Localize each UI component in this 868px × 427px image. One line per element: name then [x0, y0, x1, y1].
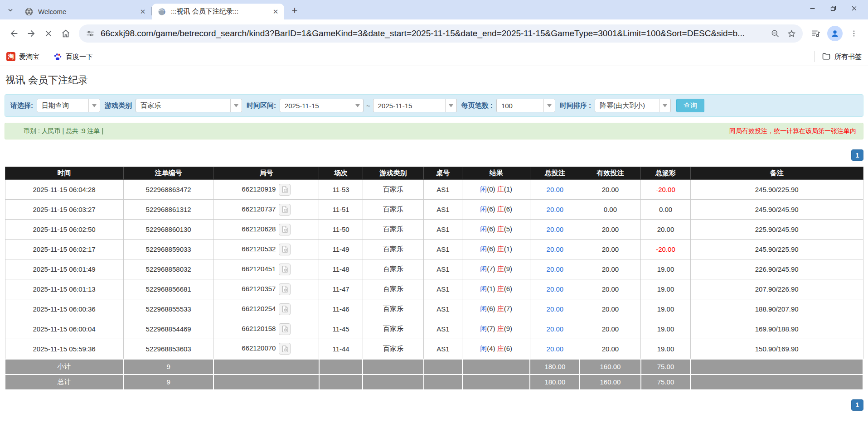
zoom-icon[interactable] [770, 29, 780, 38]
profile-avatar[interactable] [827, 26, 843, 41]
new-tab-button[interactable]: + [288, 4, 301, 17]
window-minimize-icon[interactable] [802, 0, 823, 16]
game-type-value: 百家乐 [136, 99, 230, 112]
chevron-down-icon[interactable] [445, 99, 456, 112]
result-banker: 庄 [497, 265, 504, 273]
payout-value: 19.00 [657, 285, 674, 293]
result-banker: 庄 [497, 185, 504, 193]
cell-note: 245.90/225.90 [690, 240, 863, 259]
table-row: 2025-11-15 06:02:17522968859033662120532… [5, 240, 863, 259]
column-header: 场次 [319, 167, 363, 180]
valid-bet-sum: 160.00 [580, 359, 640, 374]
column-header: 游戏类别 [363, 167, 423, 180]
bookmark-star-icon[interactable] [786, 29, 796, 38]
back-icon[interactable] [5, 25, 23, 42]
home-icon[interactable] [57, 25, 74, 42]
date-end-select[interactable]: 2025-11-15 [373, 99, 457, 112]
page-size-select[interactable]: 100 [496, 99, 555, 112]
cell-bet-number: 522968861312 [123, 200, 213, 220]
page-1-button[interactable]: 1 [851, 149, 863, 161]
video-replay-button[interactable] [279, 224, 291, 235]
table-row: 2025-11-15 06:01:49522968858032662120451… [5, 259, 863, 279]
page-size-value: 100 [497, 99, 543, 112]
total-bet-link[interactable]: 20.00 [547, 206, 564, 213]
query-type-select[interactable]: 日期查询 [37, 99, 100, 112]
bookmark-taobao[interactable]: 淘 爱淘宝 [6, 52, 39, 61]
cell-game-type: 百家乐 [363, 220, 423, 240]
video-replay-button[interactable] [279, 204, 291, 216]
page-content: 视讯 会员下注纪录 请选择: 日期查询 游戏类别 百家乐 时间区间: 2025-… [0, 73, 868, 411]
cell-game-type: 百家乐 [363, 279, 423, 299]
search-button[interactable]: 查询 [676, 99, 704, 112]
page-title: 视讯 会员下注纪录 [5, 73, 863, 87]
chevron-down-icon[interactable] [352, 99, 363, 112]
summary-note: 同局有效投注，统一计算在该局第一张注单内 [729, 127, 856, 135]
folder-icon [822, 52, 831, 62]
table-row: 2025-11-15 06:01:13522968856681662120357… [5, 279, 863, 299]
kebab-menu-icon[interactable] [845, 25, 863, 42]
chevron-down-icon[interactable] [543, 99, 555, 112]
cell-table-number: AS1 [424, 279, 462, 299]
column-header: 总派彩 [641, 167, 691, 180]
forward-icon[interactable] [23, 25, 40, 42]
stop-loading-icon[interactable] [40, 25, 57, 42]
cell-payout: 0.00 [641, 200, 691, 220]
window-restore-icon[interactable] [823, 0, 844, 16]
video-replay-button[interactable] [279, 283, 291, 295]
cell-note: 245.90/225.90 [690, 180, 863, 200]
total-bet-link[interactable]: 20.00 [547, 285, 564, 293]
site-settings-icon[interactable] [85, 29, 95, 38]
cell-total-bet: 20.00 [530, 259, 580, 279]
cell-round-number: 662120532 [213, 240, 319, 259]
video-replay-button[interactable] [279, 264, 291, 275]
date-start-select[interactable]: 2025-11-15 [280, 99, 364, 112]
result-player: 闲 [480, 265, 487, 273]
tab-search-chevron-icon[interactable] [4, 3, 17, 17]
sort-order-select[interactable]: 降幂(由大到小) [595, 99, 671, 112]
total-bet-link[interactable]: 20.00 [547, 305, 564, 313]
cell-payout: 19.00 [641, 299, 691, 319]
video-replay-button[interactable] [279, 323, 291, 335]
cell-payout: -20.00 [641, 180, 691, 200]
page-1-button[interactable]: 1 [851, 399, 863, 411]
total-bet-link[interactable]: 20.00 [547, 186, 564, 193]
range-separator: ~ [366, 102, 370, 110]
tab-welcome[interactable]: Welcome ✕ [19, 4, 151, 19]
cell-time: 2025-11-15 06:02:17 [5, 240, 123, 259]
url-text[interactable]: 66cxkj98.com/game/betrecord_search/kind3… [101, 29, 764, 38]
video-replay-button[interactable] [279, 244, 291, 255]
total-bet-link[interactable]: 20.00 [547, 265, 564, 273]
total-label: 总计 [5, 374, 123, 390]
result-player: 闲 [480, 225, 487, 233]
payout-value: 19.00 [657, 345, 674, 353]
result-banker: 庄 [497, 245, 504, 253]
video-replay-button[interactable] [279, 184, 291, 196]
cell-table-number: AS1 [424, 180, 462, 200]
total-bet-link[interactable]: 20.00 [547, 245, 564, 253]
game-type-select[interactable]: 百家乐 [136, 99, 242, 112]
table-row: 2025-11-15 06:02:50522968860130662120628… [5, 220, 863, 240]
cell-result: 闲(6) 庄(6) [462, 200, 530, 220]
chevron-down-icon[interactable] [230, 99, 242, 112]
tab-close-icon[interactable]: ✕ [139, 8, 147, 16]
cell-payout: 19.00 [641, 339, 691, 359]
chevron-down-icon[interactable] [659, 99, 670, 112]
total-bet-link[interactable]: 20.00 [547, 325, 564, 333]
all-bookmarks[interactable]: 所有书签 [814, 51, 862, 62]
tab-close-icon[interactable]: ✕ [272, 8, 280, 16]
total-bet-link[interactable]: 20.00 [547, 345, 564, 353]
cell-valid-bet: 20.00 [580, 180, 640, 200]
video-replay-button[interactable] [279, 303, 291, 315]
video-replay-button[interactable] [279, 343, 291, 355]
bookmark-baidu[interactable]: 百度一下 [53, 52, 93, 61]
cell-result: 闲(7) 庄(9) [462, 259, 530, 279]
tab-betrecord[interactable]: :::视讯 会员下注纪录::: ✕ [152, 4, 284, 19]
column-header: 结果 [462, 167, 530, 180]
total-bet-link[interactable]: 20.00 [547, 225, 564, 233]
chevron-down-icon[interactable] [88, 99, 100, 112]
address-bar[interactable]: 66cxkj98.com/game/betrecord_search/kind3… [79, 24, 803, 43]
cell-total-bet: 20.00 [530, 220, 580, 240]
window-close-icon[interactable] [844, 0, 864, 16]
media-controls-icon[interactable] [807, 25, 824, 42]
cell-session: 11-47 [319, 279, 363, 299]
